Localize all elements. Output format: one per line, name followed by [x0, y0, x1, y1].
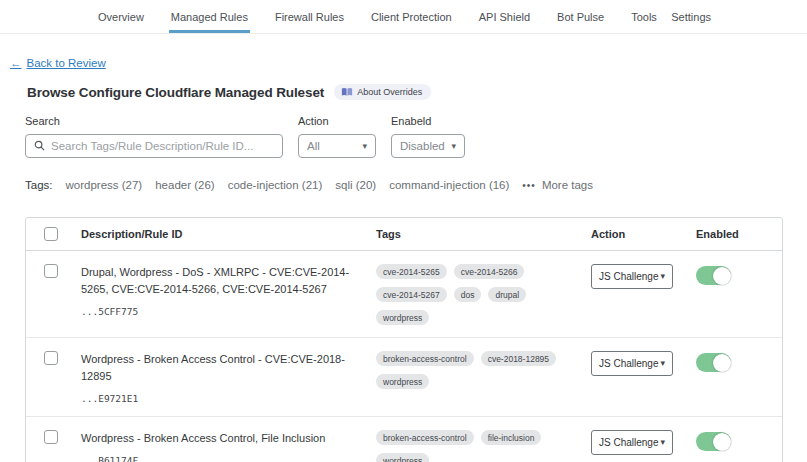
rule-tag-pill[interactable]: cve-2014-5266 — [454, 264, 525, 279]
row-checkbox-cell — [26, 264, 81, 278]
more-tags-label: More tags — [542, 179, 593, 191]
row-checkbox-cell — [26, 351, 81, 365]
rule-action-value: JS Challenge — [599, 437, 658, 448]
row-checkbox-cell — [26, 430, 81, 444]
enabled-filter-label: Enabeld — [391, 115, 465, 127]
rule-tag-pill[interactable]: broken-access-control — [376, 351, 474, 366]
table-row: Drupal, Wordpress - DoS - XMLRPC - CVE:C… — [26, 251, 782, 338]
tag-filter-item[interactable]: code-injection (21) — [228, 179, 323, 191]
rule-action-value: JS Challenge — [599, 358, 658, 369]
search-input[interactable] — [51, 140, 274, 152]
tab-firewall-rules[interactable]: Firewall Rules — [275, 0, 344, 33]
tab-client-protection[interactable]: Client Protection — [371, 0, 452, 33]
rule-action-cell: JS Challenge▾ — [591, 264, 696, 289]
rule-tag-pill[interactable]: broken-access-control — [376, 430, 474, 445]
chevron-down-icon: ▾ — [660, 359, 665, 368]
tab-api-shield[interactable]: API Shield — [479, 0, 530, 33]
chevron-down-icon: ▾ — [660, 438, 665, 447]
rule-description-cell: Wordpress - Broken Access Control - CVE:… — [81, 351, 376, 404]
rule-enabled-cell — [696, 264, 784, 285]
rule-description: Wordpress - Broken Access Control, File … — [81, 430, 354, 447]
rule-enabled-cell — [696, 351, 784, 372]
rule-action-select[interactable]: JS Challenge▾ — [591, 351, 673, 376]
rule-enabled-cell — [696, 430, 784, 451]
nav-tabs: OverviewManaged RulesFirewall RulesClien… — [98, 0, 657, 33]
table-body: Drupal, Wordpress - DoS - XMLRPC - CVE:C… — [26, 251, 782, 462]
rule-tag-pill[interactable]: cve-2014-5267 — [376, 287, 447, 302]
chevron-down-icon: ▾ — [660, 272, 665, 281]
table-row: Wordpress - Broken Access Control, File … — [26, 417, 782, 462]
about-overrides-badge[interactable]: About Overrides — [334, 84, 431, 100]
ellipsis-icon: ••• — [522, 180, 536, 191]
rule-tag-pill[interactable]: wordpress — [376, 453, 429, 462]
back-to-review-link[interactable]: ← Back to Review — [10, 57, 106, 69]
action-filter-value: All — [307, 140, 320, 152]
rule-tag-pill[interactable]: wordpress — [376, 310, 429, 325]
enabled-toggle[interactable] — [696, 266, 731, 285]
tag-filter-item[interactable]: wordpress (27) — [66, 179, 143, 191]
rule-tags-list: broken-access-controlcve-2018-12895wordp… — [376, 351, 581, 389]
tab-settings[interactable]: Settings — [671, 0, 711, 33]
col-action: Action — [591, 228, 696, 240]
tag-filter-item[interactable]: sqli (20) — [335, 179, 376, 191]
action-filter-group: Action All ▾ — [298, 115, 376, 158]
rule-description-cell: Wordpress - Broken Access Control, File … — [81, 430, 376, 462]
enabled-filter-value: Disabled — [400, 140, 445, 152]
chevron-down-icon: ▾ — [451, 142, 456, 151]
rule-id: ...E9721E1 — [81, 393, 354, 404]
rule-tags-list: broken-access-controlfile-inclusionwordp… — [376, 430, 581, 462]
tags-list: wordpress (27)header (26)code-injection … — [66, 179, 510, 191]
col-tags: Tags — [376, 228, 591, 240]
page-header: Browse Configure Cloudflare Managed Rule… — [27, 84, 807, 100]
toggle-knob — [713, 267, 731, 285]
search-field-group: Search — [25, 115, 283, 158]
tab-managed-rules[interactable]: Managed Rules — [171, 0, 248, 33]
back-link-label: Back to Review — [27, 57, 106, 69]
toggle-knob — [713, 354, 731, 372]
tag-filter-item[interactable]: command-injection (16) — [389, 179, 509, 191]
rule-tag-pill[interactable]: cve-2018-12895 — [481, 351, 556, 366]
more-tags-link[interactable]: ••• More tags — [522, 179, 593, 191]
tab-tools[interactable]: Tools — [631, 0, 657, 33]
tab-bot-pulse[interactable]: Bot Pulse — [557, 0, 604, 33]
action-filter-select[interactable]: All ▾ — [298, 134, 376, 158]
toggle-knob — [713, 433, 731, 451]
rule-tag-pill[interactable]: file-inclusion — [481, 430, 542, 445]
rule-tags-list: cve-2014-5265cve-2014-5266cve-2014-5267d… — [376, 264, 581, 325]
row-checkbox[interactable] — [44, 351, 58, 365]
select-all-checkbox[interactable] — [44, 227, 58, 241]
row-checkbox[interactable] — [44, 430, 58, 444]
rule-tag-pill[interactable]: cve-2014-5265 — [376, 264, 447, 279]
rule-tag-pill[interactable]: drupal — [488, 287, 526, 302]
enabled-filter-group: Enabeld Disabled ▾ — [391, 115, 465, 158]
rule-action-select[interactable]: JS Challenge▾ — [591, 430, 673, 455]
chevron-down-icon: ▾ — [362, 142, 367, 151]
header-checkbox-cell — [26, 227, 81, 241]
enabled-toggle[interactable] — [696, 432, 731, 451]
badge-label: About Overrides — [357, 87, 422, 97]
col-enabled: Enabled — [696, 228, 784, 240]
rule-description-cell: Drupal, Wordpress - DoS - XMLRPC - CVE:C… — [81, 264, 376, 317]
rule-tags-cell: broken-access-controlfile-inclusionwordp… — [376, 430, 591, 462]
filters-bar: Search Action All ▾ Enabeld Disabled ▾ — [25, 115, 807, 158]
rule-tags-cell: cve-2014-5265cve-2014-5266cve-2014-5267d… — [376, 264, 591, 325]
rule-description: Wordpress - Broken Access Control - CVE:… — [81, 351, 354, 385]
rule-description: Drupal, Wordpress - DoS - XMLRPC - CVE:C… — [81, 264, 354, 298]
rule-tag-pill[interactable]: wordpress — [376, 374, 429, 389]
row-checkbox[interactable] — [44, 264, 58, 278]
enabled-filter-select[interactable]: Disabled ▾ — [391, 134, 465, 158]
book-icon — [341, 87, 353, 97]
rule-action-cell: JS Challenge▾ — [591, 430, 696, 455]
rule-tag-pill[interactable]: dos — [454, 287, 482, 302]
search-label: Search — [25, 115, 283, 127]
rule-action-select[interactable]: JS Challenge▾ — [591, 264, 673, 289]
action-filter-label: Action — [298, 115, 376, 127]
rule-tags-cell: broken-access-controlcve-2018-12895wordp… — [376, 351, 591, 389]
top-navigation: OverviewManaged RulesFirewall RulesClien… — [0, 0, 807, 34]
rule-action-value: JS Challenge — [599, 271, 658, 282]
rule-action-cell: JS Challenge▾ — [591, 351, 696, 376]
enabled-toggle[interactable] — [696, 353, 731, 372]
tags-bar-label: Tags: — [25, 179, 53, 191]
tab-overview[interactable]: Overview — [98, 0, 144, 33]
tag-filter-item[interactable]: header (26) — [155, 179, 214, 191]
